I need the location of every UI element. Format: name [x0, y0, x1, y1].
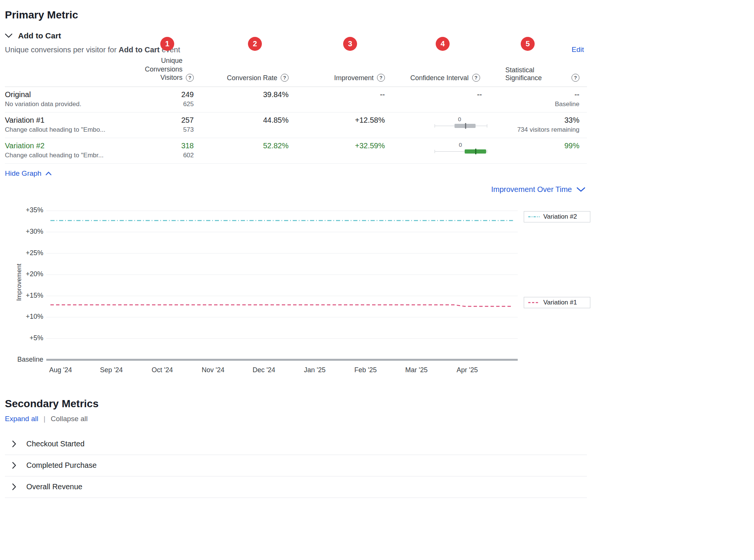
- variation-name: Original: [5, 90, 148, 99]
- conversion-rate-cell: 52.82%: [194, 142, 289, 159]
- significance-value: 33%: [505, 116, 579, 125]
- help-icon[interactable]: ?: [186, 74, 194, 82]
- variation-name: Variation #1: [5, 116, 148, 125]
- hide-graph-toggle[interactable]: Hide Graph: [5, 169, 52, 178]
- column-header-conversions: Unique Conversions Visitors ?: [148, 56, 194, 82]
- secondary-metric-checkout-started[interactable]: Checkout Started: [5, 434, 587, 455]
- legend-line-sample: [528, 216, 540, 218]
- y-axis-tick-label: +5%: [29, 334, 43, 342]
- description-event-name: Add to Cart: [119, 46, 160, 54]
- variation-subtitle: Change callout heading to "Embr...: [5, 152, 148, 159]
- visitors-value: 625: [148, 100, 194, 108]
- confidence-interval-header-label: Confidence Interval: [410, 74, 468, 82]
- primary-metric-section: Primary Metric 1 2 3 4 5 Add to Cart Uni…: [0, 0, 587, 498]
- edit-button[interactable]: Edit: [572, 46, 584, 54]
- conversion-rate-cell: 39.84%: [194, 90, 289, 108]
- results-table: Unique Conversions Visitors ? Conversion…: [5, 56, 587, 164]
- confidence-interval-cell: --: [385, 90, 505, 108]
- legend-item: Variation #1: [524, 297, 590, 308]
- conversion-rate-header-label: Conversion Rate: [227, 74, 277, 82]
- divider: |: [44, 415, 46, 423]
- column-header-conversion-rate: Conversion Rate ?: [194, 74, 289, 82]
- variation-subtitle: No variation data provided.: [5, 100, 148, 108]
- variation-name-cell: Original No variation data provided.: [5, 90, 148, 108]
- significance-subtext: Baseline: [505, 100, 579, 108]
- confidence-interval-widget: 0: [435, 116, 487, 132]
- chevron-right-icon: [12, 440, 16, 447]
- secondary-metric-completed-purchase[interactable]: Completed Purchase: [5, 455, 587, 476]
- confidence-interval-widget: 0: [435, 142, 487, 157]
- y-axis-tick-label: +25%: [26, 249, 43, 257]
- table-row-variation-2: Variation #2 Change callout heading to "…: [5, 138, 587, 164]
- variation-name-cell: Variation #2 Change callout heading to "…: [5, 142, 148, 159]
- chevron-up-icon[interactable]: [46, 172, 52, 175]
- y-axis-tick-label: +15%: [26, 292, 43, 300]
- expand-all-button[interactable]: Expand all: [5, 415, 38, 423]
- x-axis-tick-label: Feb '25: [345, 366, 386, 374]
- significance-subtext: 734 visitors remaining: [505, 126, 579, 134]
- y-axis-tick-label: +10%: [26, 313, 43, 321]
- conversions-value: 257: [148, 116, 194, 125]
- chart-metric-selector[interactable]: Improvement Over Time: [5, 185, 587, 194]
- x-axis-tick-label: Dec '24: [243, 366, 284, 374]
- y-axis-tick-label: Baseline: [17, 356, 43, 364]
- visitors-value: 573: [148, 126, 194, 134]
- column-header-improvement: Improvement ?: [289, 74, 385, 82]
- metric-header[interactable]: Add to Cart: [5, 31, 587, 40]
- legend-item: Variation #2: [524, 211, 590, 222]
- x-axis-tick-label: Jan '25: [294, 366, 336, 374]
- secondary-metric-overall-revenue[interactable]: Overall Revenue: [5, 476, 587, 498]
- statistical-significance-header-label: Statistical Significance: [505, 66, 568, 82]
- secondary-metrics-title: Secondary Metrics: [5, 398, 587, 410]
- annotation-badge-1: 1: [160, 37, 174, 51]
- column-header-confidence-interval: Confidence Interval ?: [385, 74, 505, 82]
- hide-graph-label[interactable]: Hide Graph: [5, 169, 41, 178]
- variation-name-cell: Variation #1 Change callout heading to "…: [5, 116, 148, 134]
- conversions-cell: 257 573: [148, 116, 194, 134]
- confidence-interval-cell: 0: [385, 142, 505, 159]
- conversions-value: 249: [148, 90, 194, 99]
- ci-track-cap: [487, 124, 487, 128]
- table-row-original: Original No variation data provided. 249…: [5, 87, 587, 113]
- conversion-rate-value: 44.85%: [194, 116, 289, 125]
- y-axis-tick-label: +30%: [26, 228, 43, 236]
- ci-track-cap: [435, 124, 435, 128]
- ci-median-tick: [475, 149, 476, 154]
- help-icon[interactable]: ?: [281, 74, 289, 82]
- conversion-rate-value: 52.82%: [194, 142, 289, 150]
- chart-selector-label[interactable]: Improvement Over Time: [491, 185, 572, 194]
- x-axis-tick-label: Aug '24: [40, 366, 81, 374]
- x-axis-tick-label: Sep '24: [91, 366, 132, 374]
- variation-name: Variation #2: [5, 142, 148, 150]
- conversions-value: 318: [148, 142, 194, 150]
- series-line-variation-1: [50, 305, 513, 306]
- y-axis-tick-label: +20%: [26, 270, 43, 278]
- improvement-value: +32.59%: [289, 142, 385, 150]
- improvement-cell: +12.58%: [289, 116, 385, 134]
- secondary-metrics-list: Checkout Started Completed Purchase Over…: [5, 434, 587, 498]
- variation-subtitle: Change callout heading to "Embo...: [5, 126, 148, 134]
- y-axis-tick-label: +35%: [26, 206, 43, 214]
- significance-value: --: [505, 90, 579, 99]
- help-icon[interactable]: ?: [377, 74, 385, 82]
- conversions-header-label: Unique Conversions Visitors: [145, 56, 182, 82]
- annotation-badge-5: 5: [521, 37, 535, 51]
- improvement-cell: --: [289, 90, 385, 108]
- chevron-down-icon[interactable]: [576, 187, 585, 192]
- help-icon[interactable]: ?: [572, 74, 579, 82]
- improvement-chart: Improvement Baseline+5%+10%+15%+20%+25%+…: [5, 204, 587, 381]
- improvement-cell: +32.59%: [289, 142, 385, 159]
- help-icon[interactable]: ?: [472, 74, 480, 82]
- x-axis-tick-label: Nov '24: [192, 366, 234, 374]
- metric-name: Add to Cart: [18, 31, 61, 40]
- secondary-metric-label: Checkout Started: [26, 440, 85, 448]
- legend-label: Variation #1: [543, 299, 577, 306]
- expand-collapse-controls: Expand all | Collapse all: [5, 415, 587, 423]
- metric-description-row: Unique conversions per visitor for Add t…: [5, 46, 587, 54]
- collapse-all-button[interactable]: Collapse all: [51, 415, 88, 423]
- y-axis: Baseline+5%+10%+15%+20%+25%+30%+35%: [5, 204, 43, 361]
- chevron-down-icon[interactable]: [5, 33, 12, 38]
- metric-description: Unique conversions per visitor for Add t…: [5, 46, 180, 54]
- description-prefix: Unique conversions per visitor for: [5, 46, 119, 54]
- improvement-header-label: Improvement: [334, 74, 374, 82]
